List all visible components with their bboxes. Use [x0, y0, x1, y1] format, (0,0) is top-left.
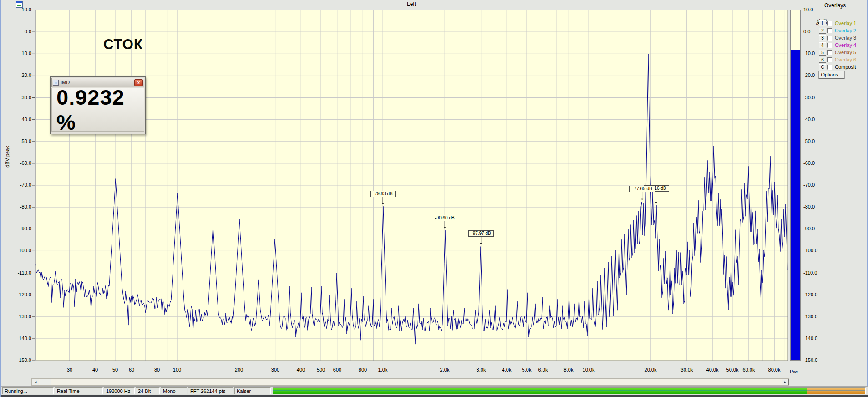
overlay-label: Overlay 2	[835, 28, 856, 33]
overlays-panel: Overlays Set On 1Overlay 12Overlay 23Ove…	[818, 0, 868, 397]
channel-title: Left	[35, 1, 788, 7]
scrollbar-thumb[interactable]	[40, 379, 51, 385]
y-axis-label: -30.0	[13, 95, 31, 101]
grid-lines	[36, 10, 788, 361]
overlay-label: Overlay 3	[835, 35, 856, 41]
plot-annotation: СТОК	[103, 36, 143, 53]
y-axis-label: -130.0	[13, 314, 31, 320]
peak-marker-label: -97.97 dB	[468, 230, 494, 237]
imd-floating-window: ↔ IMD x 0.9232 %	[50, 76, 146, 134]
y-axis-label: -40.0	[803, 117, 815, 122]
horizontal-scrollbar[interactable]: ◄ ►	[31, 378, 789, 386]
plot-background	[36, 10, 788, 361]
y-axis-label: 0.0	[803, 29, 810, 35]
x-axis-label: 8.0k	[564, 367, 574, 372]
overlay-row: 5Overlay 5	[819, 49, 856, 56]
x-axis-label: 60	[129, 367, 134, 372]
overlay-set-button[interactable]: 1	[819, 20, 826, 26]
y-axis-label: -20.0	[13, 72, 31, 78]
overlay-on-checkbox[interactable]	[827, 36, 832, 41]
spectrum-plot[interactable]	[1, 0, 868, 397]
y-axis-label: -60.0	[803, 160, 815, 166]
overlay-on-checkbox[interactable]	[827, 21, 832, 26]
status-level-meter	[273, 387, 866, 394]
y-axis-label: -20.0	[803, 72, 815, 78]
overlay-label: Overlay 5	[835, 50, 856, 55]
status-segment: Kaiser	[234, 387, 271, 394]
y-axis-label: 0.0	[13, 29, 31, 35]
overlay-label: Overlay 4	[835, 42, 856, 48]
imd-window-body: 0.9232 %	[51, 88, 144, 132]
status-segment: 192000 Hz	[104, 387, 135, 394]
overlay-set-button[interactable]: 4	[819, 42, 826, 48]
x-axis-label: 60.0k	[743, 367, 755, 372]
x-axis-label: 80	[154, 367, 160, 372]
power-level-meter-fill	[791, 50, 800, 360]
status-segment: 24 Bit	[136, 387, 160, 394]
scroll-left-icon[interactable]: ◄	[32, 379, 39, 385]
overlay-label: Overlay 1	[835, 20, 856, 26]
status-level-green	[273, 388, 807, 394]
x-axis-label: 100	[173, 367, 181, 372]
overlay-set-button[interactable]: 3	[819, 35, 826, 41]
x-axis-label: 20.0k	[645, 367, 657, 372]
x-axis-label: 3.0k	[477, 367, 486, 372]
y-axis-label: -80.0	[13, 204, 31, 210]
x-axis-label: 2.0k	[440, 367, 450, 372]
y-axis-label: -150.0	[13, 357, 31, 363]
overlay-label: Overlay 6	[835, 57, 856, 62]
status-segment: Real Time	[55, 387, 103, 394]
y-axis-label: -90.0	[13, 226, 31, 232]
overlay-on-checkbox[interactable]	[827, 65, 832, 70]
y-axis-label: -110.0	[13, 270, 31, 276]
status-segment: FFT 262144 pts	[188, 387, 233, 394]
overlay-set-button[interactable]: C	[819, 64, 826, 70]
x-axis-label: 30.0k	[681, 367, 693, 372]
y-axis-label: -40.0	[13, 117, 31, 122]
power-meter-label: Pwr	[790, 369, 798, 374]
status-segment: Mono	[161, 387, 187, 394]
x-axis-label: 800	[359, 367, 367, 372]
y-axis-label: -70.0	[13, 182, 31, 188]
x-axis-label: 30	[67, 367, 72, 372]
y-axis-label: -100.0	[803, 248, 817, 254]
x-axis-label: 10.0k	[583, 367, 595, 372]
x-axis-label: 1.0k	[378, 367, 388, 372]
overlay-on-checkbox[interactable]	[827, 57, 832, 62]
peak-marker-label: -77.65 dB	[629, 186, 655, 192]
x-axis-label: 500	[317, 367, 325, 372]
overlay-row: 2Overlay 2	[819, 27, 856, 34]
y-axis-label: -80.0	[803, 204, 815, 210]
overlay-on-checkbox[interactable]	[827, 43, 832, 48]
y-axis-label: -140.0	[803, 336, 817, 341]
y-axis-label: -30.0	[803, 95, 815, 101]
y-axis-label: -140.0	[13, 336, 31, 341]
scroll-right-icon[interactable]: ►	[782, 379, 789, 385]
marker-arrows	[382, 191, 658, 245]
peak-marker-label: -90.60 dB	[432, 215, 457, 221]
x-axis-label: 40	[92, 367, 98, 372]
y-axis-ticks	[32, 10, 35, 361]
y-axis-label: -100.0	[13, 248, 31, 254]
power-level-meter	[790, 10, 801, 361]
overlay-set-button[interactable]: 6	[819, 57, 826, 63]
plot-border	[36, 10, 788, 361]
imd-readout-value: 0.9232 %	[56, 85, 144, 135]
overlay-row: 4Overlay 4	[819, 42, 856, 48]
overlay-set-button[interactable]: 2	[819, 28, 826, 34]
y-axis-label: -10.0	[13, 51, 31, 56]
overlay-set-button[interactable]: 5	[819, 50, 826, 56]
status-level-orange	[807, 388, 865, 394]
taskbar-edge	[1, 395, 868, 397]
overlay-label: Composit	[835, 64, 856, 70]
y-axis-label: -120.0	[13, 292, 31, 298]
x-axis-label: 300	[271, 367, 279, 372]
overlay-on-checkbox[interactable]	[827, 50, 832, 55]
x-axis-label: 200	[235, 367, 243, 372]
y-axis-label: -110.0	[803, 270, 817, 276]
x-axis-label: 80.0k	[768, 367, 781, 372]
overlay-on-checkbox[interactable]	[827, 28, 832, 33]
status-bar: Running...Real Time192000 Hz24 BitMonoFF…	[1, 386, 868, 395]
x-axis-label: 50.0k	[726, 367, 739, 372]
options-button[interactable]: Options...	[819, 71, 844, 79]
